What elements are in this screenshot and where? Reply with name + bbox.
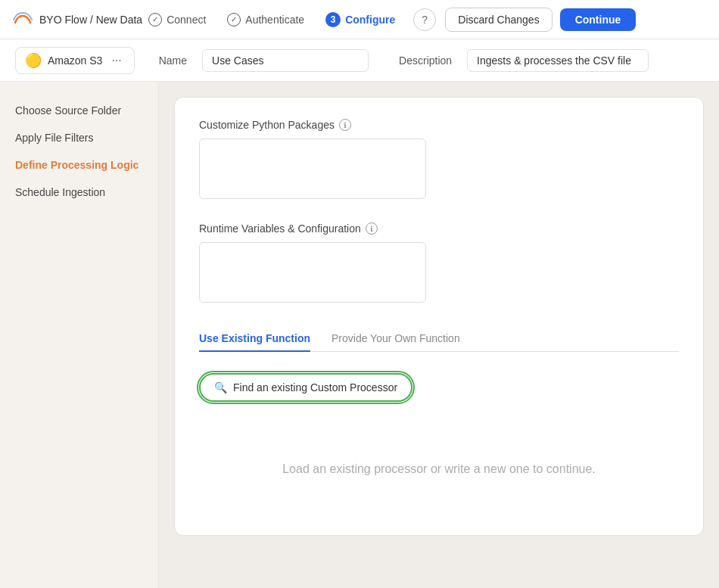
sidebar-item-schedule-ingestion[interactable]: Schedule Ingestion: [0, 179, 158, 206]
tab-provide-own[interactable]: Provide Your Own Function: [331, 326, 460, 352]
description-label: Description: [399, 54, 452, 67]
help-button[interactable]: ?: [413, 8, 436, 31]
discard-button[interactable]: Discard Changes: [445, 8, 552, 32]
step-connect: ✓ Connect: [148, 13, 206, 26]
sidebar-item-apply-filters[interactable]: Apply File Filters: [0, 124, 158, 151]
logo: BYO Flow / New Data: [12, 9, 142, 30]
python-packages-label: Customize Python Packages: [199, 119, 335, 131]
python-packages-info-icon[interactable]: ℹ: [339, 119, 351, 131]
step-configure-label: Configure: [345, 14, 395, 26]
step-connect-label: Connect: [167, 14, 206, 26]
datasource-bar: 🟡 Amazon S3 ··· Name Description: [0, 39, 719, 82]
function-tabs: Use Existing Function Provide Your Own F…: [199, 326, 679, 352]
step-configure-num: 3: [325, 12, 341, 27]
name-input[interactable]: [202, 49, 369, 72]
step-authenticate: ✓ Authenticate: [227, 13, 304, 26]
step-configure: 3 Configure: [325, 12, 395, 27]
continue-button[interactable]: Continue: [560, 8, 637, 31]
step-authenticate-check: ✓: [227, 13, 241, 26]
search-icon: 🔍: [214, 381, 227, 394]
datasource-chip: 🟡 Amazon S3 ···: [15, 47, 135, 74]
description-input[interactable]: [467, 49, 649, 72]
steps: ✓ Connect ✓ Authenticate 3 Configure: [148, 12, 395, 27]
breadcrumb: BYO Flow / New Data: [39, 14, 142, 26]
runtime-vars-input[interactable]: [199, 242, 426, 303]
datasource-menu-button[interactable]: ···: [108, 52, 124, 69]
sidebar-item-define-processing[interactable]: Define Processing Logic: [0, 151, 158, 179]
sidebar-item-choose-source[interactable]: Choose Source Folder: [0, 97, 158, 124]
python-packages-input[interactable]: [199, 138, 426, 199]
step-authenticate-label: Authenticate: [245, 14, 304, 26]
amazon-s3-icon: 🟡: [25, 52, 42, 69]
topbar: BYO Flow / New Data ✓ Connect ✓ Authenti…: [0, 0, 719, 39]
step-connect-check: ✓: [148, 13, 162, 26]
runtime-vars-label: Runtime Variables & Configuration: [199, 222, 361, 235]
main-content-card: Customize Python Packages ℹ Runtime Vari…: [174, 97, 704, 536]
python-packages-section: Customize Python Packages ℹ: [199, 119, 679, 201]
tab-use-existing[interactable]: Use Existing Function: [199, 326, 310, 352]
empty-state: Load an existing processor or write a ne…: [199, 402, 679, 506]
datasource-label: Amazon S3: [48, 54, 102, 67]
name-label: Name: [159, 54, 187, 67]
runtime-vars-info-icon[interactable]: ℹ: [366, 222, 378, 235]
runtime-vars-section: Runtime Variables & Configuration ℹ: [199, 222, 679, 305]
find-processor-button[interactable]: 🔍 Find an existing Custom Processor: [199, 373, 412, 402]
main-layout: Choose Source Folder Apply File Filters …: [0, 82, 719, 588]
sidebar: Choose Source Folder Apply File Filters …: [0, 82, 159, 588]
